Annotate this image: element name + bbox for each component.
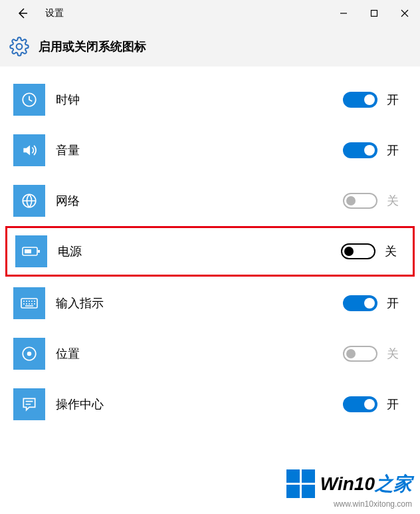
maximize-icon — [370, 9, 378, 17]
toggle-location — [343, 346, 377, 362]
setting-row-battery: 电源 关 — [5, 226, 415, 277]
toggle-globe — [343, 193, 377, 209]
setting-row-globe: 网络 关 — [0, 176, 420, 226]
toggle-volume[interactable] — [343, 142, 377, 158]
arrow-left-icon — [16, 7, 29, 20]
gear-icon — [8, 35, 31, 58]
battery-icon — [15, 235, 47, 267]
setting-label: 网络 — [56, 193, 80, 209]
svg-rect-5 — [25, 249, 31, 253]
setting-row-action-center: 操作中心 开 — [0, 379, 420, 430]
toggle-state-text: 开 — [387, 396, 407, 412]
action-center-icon — [13, 388, 45, 420]
watermark-prefix: Win10 — [320, 473, 375, 494]
toggle-state-text: 关 — [387, 346, 407, 362]
setting-row-volume: 音量 开 — [0, 125, 420, 176]
toggle-state-text: 关 — [385, 243, 405, 259]
setting-label: 操作中心 — [56, 396, 104, 412]
svg-point-8 — [27, 352, 32, 356]
globe-icon — [13, 185, 45, 217]
setting-label: 位置 — [56, 346, 80, 362]
setting-label: 音量 — [56, 142, 80, 158]
toggle-action-center[interactable] — [343, 396, 377, 412]
setting-row-clock: 时钟 开 — [0, 74, 420, 125]
toggle-keyboard[interactable] — [343, 295, 377, 311]
setting-label: 输入指示 — [56, 295, 104, 311]
svg-rect-4 — [38, 250, 40, 253]
window-title: 设置 — [45, 7, 64, 19]
settings-list: 时钟 开 音量 开 网络 关 电源 关 输入指示 开 位置 关 操作中心 — [0, 66, 420, 436]
watermark: Win10之家 www.win10xitong.com — [286, 469, 412, 509]
svg-rect-6 — [21, 299, 37, 308]
toggle-clock[interactable] — [343, 92, 377, 108]
setting-label: 电源 — [58, 243, 82, 259]
watermark-suffix: 之家 — [375, 473, 412, 494]
back-button[interactable] — [7, 0, 39, 27]
close-icon — [401, 9, 409, 17]
page-title: 启用或关闭系统图标 — [39, 39, 146, 55]
watermark-url: www.win10xitong.com — [286, 499, 412, 509]
maximize-button[interactable] — [359, 0, 389, 27]
watermark-brand: Win10之家 — [320, 471, 412, 497]
titlebar: 设置 — [0, 0, 420, 27]
keyboard-icon — [13, 287, 45, 319]
toggle-state-text: 开 — [387, 142, 407, 158]
toggle-state-text: 开 — [387, 295, 407, 311]
toggle-battery[interactable] — [341, 243, 375, 259]
clock-icon — [13, 84, 45, 116]
svg-rect-0 — [371, 11, 377, 17]
setting-label: 时钟 — [56, 92, 80, 108]
setting-row-keyboard: 输入指示 开 — [0, 278, 420, 328]
close-button[interactable] — [389, 0, 420, 27]
window-controls — [328, 0, 420, 27]
location-icon — [13, 338, 45, 370]
volume-icon — [13, 134, 45, 166]
minimize-button[interactable] — [328, 0, 359, 27]
toggle-state-text: 开 — [387, 92, 407, 108]
windows-logo-icon — [286, 469, 315, 498]
page-header: 启用或关闭系统图标 — [0, 27, 420, 66]
minimize-icon — [340, 9, 348, 17]
setting-row-location: 位置 关 — [0, 328, 420, 379]
toggle-state-text: 关 — [387, 193, 407, 209]
